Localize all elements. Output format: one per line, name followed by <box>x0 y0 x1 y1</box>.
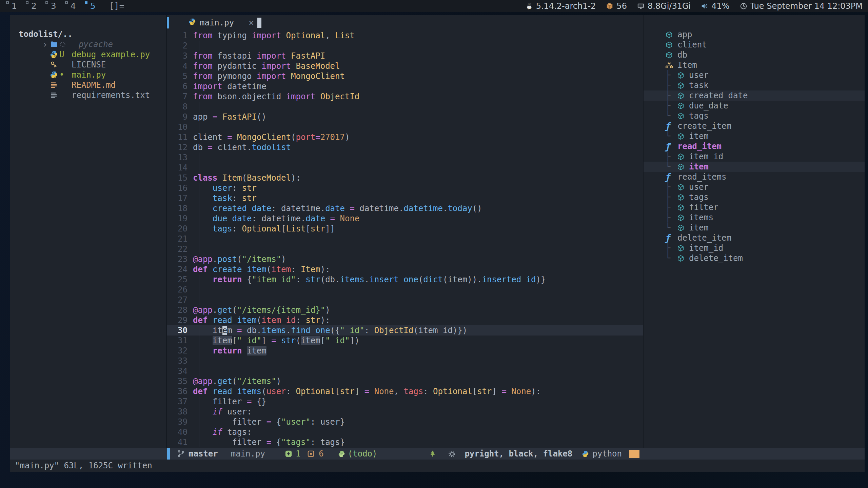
code-line[interactable]: 9app = FastAPI() <box>167 112 643 122</box>
code-line[interactable]: 20 tags: Optional[List[str]] <box>167 224 643 234</box>
code-line[interactable]: 27 <box>167 295 643 305</box>
code-line[interactable]: 7from bson.objectid import ObjectId <box>167 92 643 102</box>
code-line[interactable]: 40 if tags: <box>167 427 643 437</box>
code-line[interactable]: 35@app.get("/items") <box>167 376 643 386</box>
symbol-create_item[interactable]: ƒcreate_item <box>644 121 865 131</box>
code-line[interactable]: 37 filter = {} <box>167 396 643 407</box>
symbol-label: item <box>689 131 709 141</box>
code-line[interactable]: 10 <box>167 122 643 132</box>
code-line[interactable]: 12db = client.todolist <box>167 142 643 152</box>
workspace-1[interactable]: 1 <box>6 1 17 11</box>
symbol-due_date[interactable]: ├due_date <box>644 101 865 111</box>
code-line[interactable]: 36def read_items(user: Optional[str] = N… <box>167 386 643 396</box>
symbol-filter[interactable]: ├filter <box>644 202 865 212</box>
file-explorer[interactable]: todolist/.. ›__pycache__Udebug_example.p… <box>10 15 166 448</box>
code-line[interactable]: 24def create_item(item: Item): <box>167 264 643 274</box>
indent-guide <box>199 234 199 244</box>
symbol-delete_item[interactable]: ƒdelete_item <box>644 233 865 243</box>
symbols-outline[interactable]: appclientdbItem├user├task├created_date├d… <box>644 15 865 448</box>
variable-cube-icon <box>665 51 677 59</box>
symbol-items[interactable]: ├items <box>644 212 865 223</box>
code-line[interactable]: 17 task: str <box>167 193 643 203</box>
symbol-item_id[interactable]: ├item_id <box>644 243 865 253</box>
workspace-2[interactable]: 2 <box>26 1 37 11</box>
code-line[interactable]: 18 created_date: datetime.date = datetim… <box>167 203 643 214</box>
code-line[interactable]: 38 if user: <box>167 407 643 417</box>
code-line[interactable]: 39 filter = {"user": user} <box>167 417 643 427</box>
symbol-item[interactable]: └item <box>644 131 865 141</box>
code-line[interactable]: 14 <box>167 163 643 173</box>
tab-close-icon[interactable]: × <box>249 18 254 28</box>
code-line[interactable]: 33 <box>167 356 643 366</box>
gear-icon <box>448 450 456 458</box>
code-line[interactable]: 26 <box>167 285 643 295</box>
file-tree-item-requirements-txt[interactable]: requirements.txt <box>10 90 166 100</box>
code-line[interactable]: 13 <box>167 152 643 163</box>
workspace-3[interactable]: 3 <box>45 1 56 11</box>
code-line[interactable]: 23@app.post("/items") <box>167 254 643 264</box>
line-number: 18 <box>167 203 193 214</box>
clock-status: Tue September 14 12:03PM <box>740 1 863 11</box>
symbol-created_date[interactable]: ├created_date <box>644 90 865 101</box>
code-line[interactable]: 11client = MongoClient(port=27017) <box>167 132 643 142</box>
code-line[interactable]: 1from typing import Optional, List <box>167 30 643 41</box>
file-tree-item-license[interactable]: LICENSE <box>10 60 166 70</box>
variable-cube-icon <box>677 224 689 232</box>
language-label: python <box>592 448 622 460</box>
file-tree-item-readme-md[interactable]: README.md <box>10 80 166 90</box>
file-tree-item-debug-example-py[interactable]: Udebug_example.py <box>10 49 166 60</box>
file-tree-item--pycache-[interactable]: ›__pycache__ <box>10 39 166 49</box>
symbol-user[interactable]: ├user <box>644 70 865 80</box>
symbol-db[interactable]: db <box>644 50 865 60</box>
tab-main-py[interactable]: main.py × <box>189 18 254 28</box>
symbol-tags[interactable]: ├tags <box>644 192 865 202</box>
code-line[interactable]: 34 <box>167 366 643 376</box>
command-line-message[interactable]: "main.py" 63L, 1625C written <box>10 460 865 472</box>
file-name: requirements.txt <box>72 90 150 100</box>
workspace-4[interactable]: 4 <box>65 1 76 11</box>
symbol-task[interactable]: ├task <box>644 80 865 90</box>
code-line[interactable]: 28@app.get("/items/{item_id}") <box>167 305 643 315</box>
symbol-item[interactable]: └item <box>644 162 865 172</box>
code-line[interactable]: 2 <box>167 41 643 51</box>
code-line[interactable]: 31 item["_id"] = str(item["_id"]) <box>167 336 643 346</box>
tree-connector: ├ <box>665 192 677 202</box>
code-line[interactable]: 15class Item(BaseModel): <box>167 173 643 183</box>
line-number: 21 <box>167 234 193 244</box>
code-line[interactable]: 5from pymongo import MongoClient <box>167 71 643 81</box>
indent-guide <box>199 396 199 407</box>
code-line[interactable]: 29def read_item(item_id: str): <box>167 315 643 325</box>
workspace-5[interactable]: 5 <box>85 1 96 11</box>
code-line[interactable]: 21 <box>167 234 643 244</box>
symbol-item[interactable]: └item <box>644 223 865 233</box>
code-line[interactable]: 41 filter = {"tags": tags} <box>167 437 643 447</box>
tree-connector: └ <box>665 111 677 121</box>
symbol-user[interactable]: ├user <box>644 182 865 192</box>
symbol-read_item[interactable]: ƒread_item <box>644 141 865 151</box>
function-icon: ƒ <box>665 141 677 151</box>
symbol-client[interactable]: client <box>644 40 865 50</box>
code-line[interactable]: 8 <box>167 102 643 112</box>
code-line[interactable]: 19 due_date: datetime.date = None <box>167 214 643 224</box>
file-tree-root[interactable]: todolist/.. <box>10 29 166 39</box>
symbol-delete_item[interactable]: └delete_item <box>644 253 865 263</box>
code-line[interactable]: 6import datetime <box>167 81 643 92</box>
symbol-Item[interactable]: Item <box>644 60 865 70</box>
file-tree-item-main-py[interactable]: •main.py <box>10 70 166 80</box>
code-line[interactable]: 4from pydantic import BaseModel <box>167 61 643 71</box>
git-status-badge: • <box>59 70 72 80</box>
code-line[interactable]: 25 return {"item_id": str(db.items.inser… <box>167 274 643 285</box>
layout-symbol[interactable]: []= <box>109 1 124 11</box>
symbol-app[interactable]: app <box>644 29 865 40</box>
code-line[interactable]: 22 <box>167 244 643 254</box>
symbol-label: item <box>689 162 709 172</box>
code-buffer[interactable]: 1from typing import Optional, List23from… <box>167 30 643 448</box>
symbol-label: filter <box>689 202 718 212</box>
code-line-current[interactable]: 30 item = db.items.find_one({"_id": Obje… <box>167 325 643 336</box>
code-line[interactable]: 3from fastapi import FastAPI <box>167 51 643 61</box>
symbol-item_id[interactable]: ├item_id <box>644 151 865 162</box>
code-line[interactable]: 16 user: str <box>167 183 643 193</box>
symbol-read_items[interactable]: ƒread_items <box>644 172 865 182</box>
symbol-tags[interactable]: └tags <box>644 111 865 121</box>
code-line[interactable]: 32 return item <box>167 346 643 356</box>
